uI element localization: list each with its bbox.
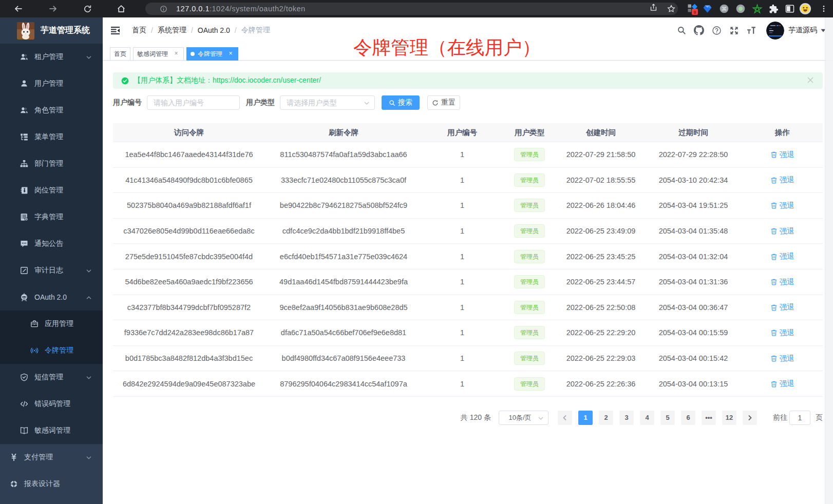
kebab-menu-icon[interactable] — [818, 3, 830, 15]
pagination-page-6[interactable]: 6 — [681, 411, 695, 425]
user-type-select-input[interactable] — [287, 99, 368, 107]
site-info-icon[interactable] — [160, 5, 167, 13]
doc-link[interactable]: https://doc.iocoder.cn/user-center/ — [213, 76, 321, 84]
split-screen-icon[interactable] — [784, 3, 796, 15]
profile-emoji-icon[interactable] — [799, 3, 811, 15]
sidebar-item-9[interactable]: 审计日志 — [0, 257, 103, 284]
browser-forward-icon[interactable] — [47, 3, 59, 14]
tab-2[interactable]: 敏感词管理× — [133, 47, 184, 61]
search-icon[interactable] — [673, 17, 690, 43]
user-menu[interactable]: 芋道源码 — [766, 22, 826, 40]
cell-refresh_token: 49d1aa46d1454fbd87591444423be9fa — [265, 269, 422, 295]
user-type-badge: 管理员 — [514, 250, 545, 263]
green-star-icon[interactable] — [751, 3, 763, 15]
sidebar-item-8[interactable]: 通知公告 — [0, 230, 103, 257]
cell-actions: 强退 — [742, 346, 823, 371]
cell-access_token: 54d6be82ee5a460a9aedc1f9bf223656 — [113, 269, 265, 295]
shield-check-icon — [20, 373, 28, 381]
pagination-next-button[interactable] — [743, 411, 757, 425]
force-logout-button[interactable]: 强退 — [770, 277, 794, 287]
column-header-1: 访问令牌 — [113, 123, 265, 142]
breadcrumb-oauth[interactable]: OAuth 2.0 — [198, 26, 230, 34]
pagination-total: 共 120 条 — [461, 413, 491, 422]
user-type-select[interactable] — [280, 95, 375, 110]
url-text[interactable]: 127.0.0.1:1024/system/oauth2/token — [176, 5, 306, 13]
svg-text:⌘: ⌘ — [722, 6, 727, 12]
force-logout-button[interactable]: 强退 — [770, 150, 794, 160]
badge-icon — [20, 186, 28, 195]
chevron-left-icon — [562, 415, 568, 421]
github-icon[interactable] — [690, 17, 708, 43]
force-logout-button[interactable]: 强退 — [770, 251, 794, 261]
user-type-badge: 管理员 — [514, 352, 545, 365]
force-logout-label: 强退 — [780, 150, 794, 160]
tab-close-icon[interactable]: × — [173, 50, 180, 57]
doc-alert: 【用户体系】文档地址：https://doc.iocoder.cn/user-c… — [113, 72, 823, 89]
cell-create_time: 2022-06-25 23:44:57 — [557, 269, 645, 295]
reset-button[interactable]: 重置 — [427, 95, 460, 110]
sidebar-item-11[interactable]: 应用管理 — [0, 311, 103, 337]
question-icon[interactable] — [708, 17, 725, 43]
goto-page-input[interactable] — [789, 411, 810, 425]
pagination-prev-button[interactable] — [558, 411, 572, 425]
breadcrumb-home[interactable]: 首页 — [132, 26, 146, 35]
sidebar-item-6[interactable]: 岗位管理 — [0, 177, 103, 204]
pagination-page-4[interactable]: 4 — [640, 411, 654, 425]
sidebar-item-13[interactable]: 短信管理 — [0, 364, 103, 391]
tab-1[interactable]: 首页 — [110, 47, 130, 61]
force-logout-button[interactable]: 强退 — [770, 226, 794, 236]
pagination-ellipsis[interactable]: ••• — [702, 411, 716, 425]
user-id-input[interactable] — [154, 99, 233, 107]
pagination-page-12[interactable]: 12 — [722, 411, 736, 425]
force-logout-button[interactable]: 强退 — [770, 201, 794, 210]
pagination-page-1[interactable]: 1 — [578, 411, 593, 425]
sidebar-collapse-icon[interactable] — [103, 17, 127, 43]
sidebar-item-4[interactable]: 菜单管理 — [0, 124, 103, 150]
sidebar-item-10[interactable]: OAuth 2.0 — [0, 284, 103, 311]
sidebar-item-3[interactable]: 角色管理 — [0, 97, 103, 124]
vue-devtools-icon[interactable]: 9 — [687, 3, 699, 15]
pagination-page-3[interactable]: 3 — [619, 411, 634, 425]
search-button[interactable]: 搜索 — [382, 95, 420, 110]
sidebar-item-7[interactable]: 字典管理 — [0, 204, 103, 230]
force-logout-button[interactable]: 强退 — [770, 302, 794, 312]
alert-close-icon[interactable] — [807, 77, 813, 83]
share-icon[interactable] — [647, 1, 659, 13]
record-icon[interactable] — [734, 3, 747, 15]
app-logo-bar[interactable]: 芋道管理系统 — [0, 17, 103, 44]
tab-3[interactable]: 令牌管理× — [186, 47, 238, 61]
user-avatar[interactable] — [766, 22, 784, 40]
sidebar-item-2[interactable]: 用户管理 — [0, 70, 103, 97]
sidebar-item-14[interactable]: 错误码管理 — [0, 391, 103, 417]
sidebar-item-12[interactable]: 令牌管理 — [0, 337, 103, 364]
sidebar-item-1[interactable]: 租户管理 — [0, 44, 103, 70]
sidebar-item-16[interactable]: 支付管理 — [0, 444, 103, 471]
browser-reload-icon[interactable] — [82, 3, 93, 14]
fullscreen-icon[interactable] — [725, 17, 743, 43]
table-row: 502375b8040a469a9b82188afdf6af1fbe90422b… — [113, 193, 823, 219]
force-logout-button[interactable]: 强退 — [770, 328, 794, 338]
bookmark-star-icon[interactable] — [665, 3, 677, 15]
browser-home-icon[interactable] — [116, 3, 127, 14]
force-logout-label: 强退 — [780, 328, 794, 338]
force-logout-button[interactable]: 强退 — [770, 354, 794, 363]
command-icon[interactable]: ⌘ — [718, 3, 730, 15]
tab-close-icon[interactable]: × — [227, 50, 234, 57]
gem-icon[interactable] — [701, 3, 713, 15]
force-logout-button[interactable]: 强退 — [770, 175, 794, 185]
sidebar-item-label: 错误码管理 — [34, 399, 70, 409]
cell-actions: 强退 — [742, 269, 823, 295]
sidebar-item-5[interactable]: 部门管理 — [0, 150, 103, 177]
breadcrumb-system[interactable]: 系统管理 — [158, 26, 186, 35]
sidebar-item-17[interactable]: 报表设计器 — [0, 471, 103, 497]
page-size-select[interactable]: 10条/页 — [499, 411, 548, 425]
pagination-page-5[interactable]: 5 — [660, 411, 675, 425]
puzzle-icon[interactable] — [767, 3, 780, 15]
pagination-page-2[interactable]: 2 — [599, 411, 613, 425]
page-scrollbar[interactable] — [825, 17, 833, 504]
browser-back-icon[interactable] — [13, 3, 24, 14]
force-logout-button[interactable]: 强退 — [770, 379, 794, 389]
sidebar-item-15[interactable]: 敏感词管理 — [0, 417, 103, 444]
font-size-icon[interactable] — [743, 17, 760, 43]
browser-address-bar[interactable]: 127.0.0.1:1024/system/oauth2/token — [145, 3, 678, 15]
